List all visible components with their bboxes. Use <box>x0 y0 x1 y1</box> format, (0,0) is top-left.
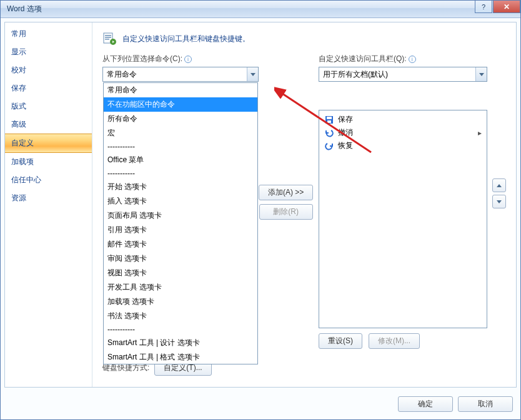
modify-button[interactable]: 修改(M)... <box>369 333 420 349</box>
qat-item[interactable]: 恢复 <box>322 139 484 152</box>
svg-rect-3 <box>105 39 109 40</box>
dropdown-option[interactable]: 插入 选项卡 <box>104 194 257 208</box>
dropdown-option[interactable]: 视图 选项卡 <box>104 266 257 280</box>
remove-button[interactable]: 删除(R) <box>259 204 313 220</box>
sidebar-item[interactable]: 资源 <box>5 189 92 207</box>
move-up-button[interactable] <box>492 178 506 192</box>
svg-rect-8 <box>327 120 331 123</box>
sidebar-item[interactable]: 加载项 <box>5 153 92 171</box>
combo-dropdown-button[interactable] <box>247 67 258 81</box>
dropdown-option[interactable]: ----------- <box>104 167 257 180</box>
qat-section: 自定义快速访问工具栏(Q):i 用于所有文档(默认) 保存撤消▸恢复 重设(S)… <box>319 54 487 349</box>
chevron-down-icon <box>251 73 256 76</box>
dropdown-option[interactable]: 引用 选项卡 <box>104 223 257 237</box>
sidebar-item[interactable]: 保存 <box>5 79 92 97</box>
dropdown-option[interactable]: SmartArt 工具 | 设计 选项卡 <box>104 336 257 350</box>
sidebar-item[interactable]: 版式 <box>5 97 92 115</box>
dropdown-option[interactable]: 宏 <box>104 126 257 140</box>
dropdown-option[interactable]: 审阅 选项卡 <box>104 252 257 266</box>
qat-item-label: 恢复 <box>338 140 353 151</box>
info-icon[interactable]: i <box>409 56 416 63</box>
qat-item[interactable]: 保存 <box>322 113 484 126</box>
titlebar: Word 选项 ? ✕ <box>1 1 520 18</box>
dropdown-option[interactable]: 不在功能区中的命令 <box>104 97 257 112</box>
dropdown-option[interactable]: 常用命令 <box>104 83 257 97</box>
dropdown-option[interactable]: 邮件 选项卡 <box>104 237 257 252</box>
expand-icon: ▸ <box>478 129 482 137</box>
dropdown-option[interactable]: Office 菜单 <box>104 153 257 167</box>
move-down-button[interactable] <box>492 195 506 208</box>
chevron-down-icon <box>479 73 484 76</box>
dropdown-option[interactable]: SmartArt 工具 | 格式 选项卡 <box>104 350 257 364</box>
header: 自定义快速访问工具栏和键盘快捷键。 <box>102 31 506 46</box>
sidebar: 常用显示校对保存版式高级自定义加载项信任中心资源 <box>5 22 92 387</box>
reset-button[interactable]: 重设(S) <box>319 333 362 349</box>
dropdown-option[interactable]: 加载项 选项卡 <box>104 295 257 309</box>
choose-commands-label: 从下列位置选择命令(C): <box>102 54 182 64</box>
dropdown-option[interactable]: 页面布局 选项卡 <box>104 208 257 223</box>
window-title: Word 选项 <box>7 4 42 14</box>
choose-commands-value: 常用命令 <box>107 69 137 80</box>
word-options-dialog: Word 选项 ? ✕ 常用显示校对保存版式高级自定义加载项信任中心资源 <box>0 0 521 420</box>
dropdown-option[interactable]: 开始 选项卡 <box>104 180 257 194</box>
dropdown-option[interactable]: 所有命令 <box>104 112 257 126</box>
choose-commands-dropdown[interactable]: 常用命令不在功能区中的命令所有命令宏-----------Office 菜单--… <box>103 82 258 364</box>
qat-item[interactable]: 撤消▸ <box>322 126 484 139</box>
dropdown-option[interactable]: ----------- <box>104 140 257 153</box>
add-button[interactable]: 添加(A) >> <box>259 185 313 200</box>
dropdown-option[interactable]: 书法 选项卡 <box>104 309 257 323</box>
sidebar-item[interactable]: 信任中心 <box>5 171 92 189</box>
redo-icon <box>324 141 334 151</box>
undo-icon <box>324 128 334 138</box>
triangle-down-icon <box>497 200 502 203</box>
sidebar-item[interactable]: 常用 <box>5 25 92 43</box>
help-button[interactable]: ? <box>475 1 492 13</box>
sidebar-item[interactable]: 校对 <box>5 61 92 79</box>
ok-button[interactable]: 确定 <box>398 396 453 412</box>
qat-item-label: 保存 <box>338 114 353 125</box>
save-icon <box>324 115 334 125</box>
sidebar-item[interactable]: 高级 <box>5 115 92 134</box>
dropdown-option[interactable]: ----------- <box>104 323 257 336</box>
choose-commands-combo[interactable]: 常用命令 常用命令不在功能区中的命令所有命令宏-----------Office… <box>102 67 259 82</box>
qat-label: 自定义快速访问工具栏(Q): <box>319 54 407 64</box>
cancel-button[interactable]: 取消 <box>458 396 513 412</box>
content: 常用显示校对保存版式高级自定义加载项信任中心资源 自定义快速访问工具栏和键盘快捷… <box>4 22 517 388</box>
dropdown-option[interactable]: 开发工具 选项卡 <box>104 280 257 295</box>
choose-commands-section: 从下列位置选择命令(C):i 常用命令 常用命令不在功能区中的命令所有命令宏--… <box>102 54 259 82</box>
combo-dropdown-button[interactable] <box>475 67 487 81</box>
qat-item-label: 撤消 <box>338 127 353 138</box>
svg-rect-2 <box>105 37 111 38</box>
footer: 确定 取消 <box>1 391 520 419</box>
transfer-buttons: 添加(A) >> 删除(R) <box>259 185 313 220</box>
triangle-up-icon <box>497 184 502 187</box>
reorder-buttons <box>492 178 506 208</box>
close-button[interactable]: ✕ <box>493 1 520 13</box>
svg-rect-1 <box>105 35 111 36</box>
info-icon[interactable]: i <box>184 56 192 63</box>
svg-rect-7 <box>327 117 332 119</box>
sidebar-item[interactable]: 自定义 <box>5 134 92 153</box>
header-text: 自定义快速访问工具栏和键盘快捷键。 <box>122 34 250 44</box>
customize-icon <box>102 31 117 46</box>
qat-target-value: 用于所有文档(默认) <box>323 69 388 80</box>
qat-target-combo[interactable]: 用于所有文档(默认) <box>319 67 487 82</box>
main-panel: 自定义快速访问工具栏和键盘快捷键。 从下列位置选择命令(C):i 常用命令 常用… <box>92 22 516 387</box>
sidebar-item[interactable]: 显示 <box>5 43 92 61</box>
qat-listbox[interactable]: 保存撤消▸恢复 <box>319 110 487 328</box>
